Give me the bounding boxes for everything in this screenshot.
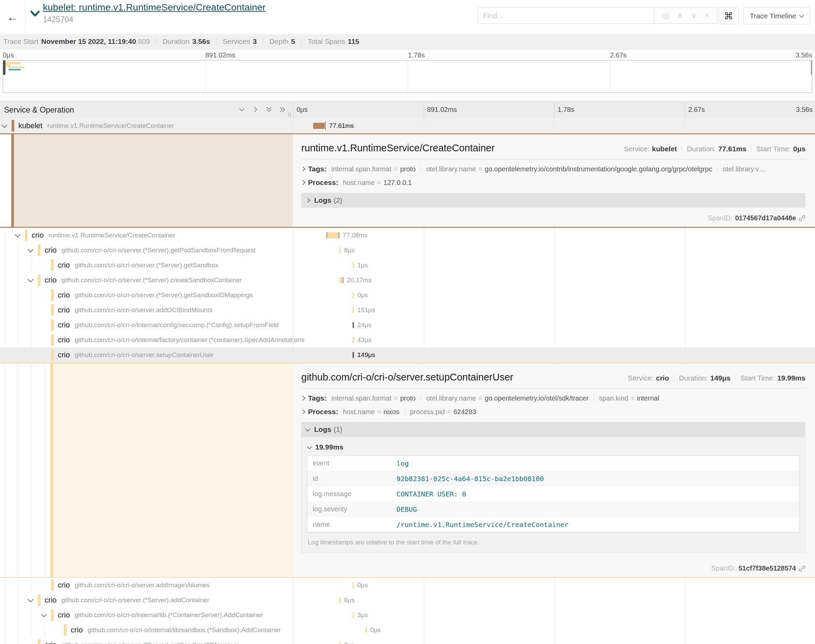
collapse-header-icon[interactable]: [30, 10, 40, 19]
span-bar[interactable]: [352, 352, 354, 358]
log-field-value: log: [391, 455, 800, 471]
span-detail-indent-column: [0, 134, 293, 227]
deep-link-icon[interactable]: [799, 565, 806, 572]
span-timeline-cell[interactable]: 77.61ms: [311, 118, 815, 133]
minimap-canvas[interactable]: [3, 60, 812, 93]
view-selector-button[interactable]: Trace Timeline: [743, 8, 810, 25]
span-row-addimagevolumes[interactable]: crio github.com/cri-o/cri-o/server.addIm…: [0, 578, 815, 593]
collapse-one-chevron-down-icon[interactable]: [238, 106, 245, 113]
span-row-setupcontaineruser[interactable]: crio github.com/cri-o/cri-o/server.setup…: [0, 348, 815, 362]
span-row-containerserver-addcontainer[interactable]: crio github.com/cri-o/cri-o/internal/lib…: [0, 608, 815, 623]
span-bar[interactable]: [352, 307, 354, 313]
span-timeline-cell[interactable]: 151μs: [351, 303, 815, 317]
span-timeline-cell[interactable]: 3μs: [351, 608, 815, 623]
duration-value: 149μs: [710, 374, 731, 382]
expand-all-double-chevron-right-icon[interactable]: [279, 106, 286, 113]
span-row-getsandboxidmappings-2[interactable]: crio github.com/cri-o/cri-o/server.(*Ser…: [0, 638, 815, 644]
span-bar[interactable]: [339, 277, 343, 283]
span-timeline-cell[interactable]: 8μs: [338, 243, 815, 258]
operation-name: github.com/cri-o/cri-o/server.(*Server).…: [75, 261, 218, 269]
service-label: Service:: [628, 374, 654, 382]
span-timeline-cell[interactable]: 43μs: [351, 333, 815, 348]
span-bar[interactable]: [326, 232, 339, 238]
span-color-bar: [51, 319, 54, 331]
column-resize-grip[interactable]: [288, 112, 291, 117]
span-timeline-cell[interactable]: 0μs: [364, 623, 815, 638]
keyboard-shortcuts-button[interactable]: ⌘: [719, 8, 738, 25]
span-timeline-cell[interactable]: 6μs: [338, 593, 815, 608]
span-row-crio-createcontainer[interactable]: crio runtime.v1.RuntimeService/CreateCon…: [0, 228, 815, 243]
logs-accordion-expanded[interactable]: Logs (1): [301, 422, 806, 437]
span-timeline-cell[interactable]: 149μs: [351, 348, 815, 362]
trace-title-link[interactable]: kubelet: runtime.v1.RuntimeService/Creat…: [43, 2, 265, 13]
span-bar[interactable]: [313, 123, 325, 129]
process-row[interactable]: Process: host.name=127.0.0.1: [301, 178, 806, 187]
collapse-all-double-chevron-down-icon[interactable]: [265, 106, 273, 113]
span-row-getsandbox[interactable]: crio github.com/cri-o/cri-o/server.(*Ser…: [0, 258, 815, 273]
tags-row[interactable]: Tags: internal.span.format=proto otel.li…: [301, 394, 806, 402]
expand-one-chevron-right-icon[interactable]: [251, 106, 259, 113]
span-row-addcontainer[interactable]: crio github.com/cri-o/cri-o/server.(*Ser…: [0, 593, 815, 608]
minimap-left-scrubber[interactable]: [3, 61, 5, 75]
chevron-down-icon[interactable]: [2, 123, 8, 128]
process-row[interactable]: Process: host.name=nixos process.pid=624…: [301, 408, 806, 416]
chevron-down-icon[interactable]: [41, 612, 47, 618]
span-bar[interactable]: [352, 292, 354, 298]
back-button[interactable]: ←: [0, 0, 26, 34]
span-bar[interactable]: [352, 612, 354, 618]
span-timeline-cell[interactable]: 20.17ms: [338, 273, 815, 288]
minimap-right-scrubber[interactable]: [811, 61, 812, 75]
span-row-sandbox-addcontainer[interactable]: crio github.com/cri-o/cri-o/internal/lib…: [0, 623, 815, 638]
span-row-getpodsandboxfromrequest[interactable]: crio github.com/cri-o/cri-o/server.(*Ser…: [0, 243, 815, 258]
tick-label: 891.02ms: [427, 106, 457, 113]
logs-accordion-collapsed[interactable]: Logs (2): [301, 193, 806, 208]
span-timeline-cell[interactable]: 0μs: [351, 288, 815, 303]
operation-name: github.com/cri-o/cri-o/server.setupConta…: [75, 351, 213, 359]
log-entry-header[interactable]: 19.99ms: [307, 440, 800, 455]
span-row-addocibindmounts[interactable]: crio github.com/cri-o/cri-o/server.addOC…: [0, 303, 815, 317]
next-match-icon[interactable]: ∨: [691, 11, 696, 20]
span-bar[interactable]: [366, 627, 367, 633]
deep-link-icon[interactable]: [799, 215, 806, 222]
span-bar[interactable]: [352, 337, 354, 343]
span-detail-panel: runtime.v1.RuntimeService/CreateContaine…: [293, 134, 815, 227]
span-color-bar: [38, 594, 40, 606]
chevron-down-icon[interactable]: [28, 277, 34, 282]
prev-match-icon[interactable]: ∧: [677, 11, 683, 20]
span-id-label: SpanID:: [711, 564, 736, 572]
services-value: 3: [253, 37, 257, 46]
chevron-down-icon[interactable]: [28, 247, 34, 253]
span-bar[interactable]: [339, 597, 341, 603]
clear-find-icon[interactable]: ×: [705, 11, 709, 20]
span-timeline-cell[interactable]: 1μs: [351, 258, 815, 273]
span-row-seccomp-setupfromfield[interactable]: crio github.com/cri-o/cri-o/internal/con…: [0, 317, 815, 333]
span-row-specaddannotations[interactable]: crio github.com/cri-o/cri-o/internal/fac…: [0, 333, 815, 348]
match-target-icon[interactable]: ◎: [662, 11, 669, 20]
service-name: crio: [44, 276, 57, 285]
span-timeline-cell[interactable]: 0μs: [351, 578, 815, 593]
minimap-tick-labels: 0μs 891.02ms 1.78s 2.67s 3.56s: [0, 49, 815, 60]
span-duration: 0μs: [357, 291, 368, 299]
span-row-getsandboxidmappings[interactable]: crio github.com/cri-o/cri-o/server.(*Ser…: [0, 288, 815, 303]
table-row: event log: [307, 455, 800, 471]
span-timeline-cell[interactable]: 0μs: [338, 638, 815, 644]
span-bar[interactable]: [339, 247, 341, 253]
span-row-createsandboxcontainer[interactable]: crio github.com/cri-o/cri-o/server.(*Ser…: [0, 273, 815, 288]
service-name: crio: [58, 306, 70, 314]
span-timeline-cell[interactable]: 77.08ms: [325, 228, 815, 243]
chevron-down-icon[interactable]: [28, 597, 34, 603]
span-bar[interactable]: [339, 642, 341, 644]
log-field-value: 92b82381-025c-4a64-815c-ba2e1bb08100: [391, 471, 800, 486]
span-color-bar: [51, 349, 54, 361]
span-bar[interactable]: [352, 262, 354, 268]
find-input[interactable]: [478, 8, 654, 24]
service-name: crio: [44, 246, 57, 255]
span-row-kubelet-createcontainer[interactable]: kubelet runtime.v1.RuntimeService/Create…: [0, 118, 815, 133]
span-timeline-cell[interactable]: 24μs: [351, 317, 815, 333]
chevron-down-icon[interactable]: [15, 232, 21, 238]
tags-row[interactable]: Tags: internal.span.format=proto otel.li…: [301, 165, 806, 173]
span-bar[interactable]: [352, 582, 354, 588]
minimap-span-bar: [8, 67, 25, 68]
service-name: crio: [44, 641, 57, 644]
span-bar[interactable]: [352, 322, 354, 328]
